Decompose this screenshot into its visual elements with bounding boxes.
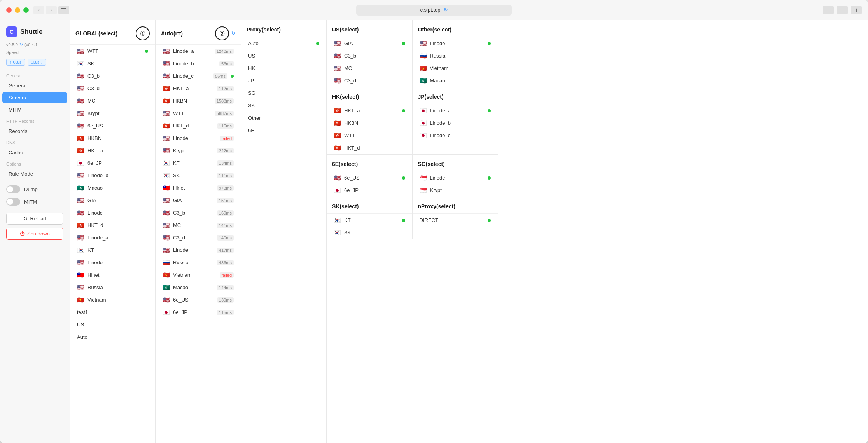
- list-item[interactable]: 🇺🇸 Linode_c 56ms: [157, 70, 239, 82]
- list-item[interactable]: 🇺🇸 C3_d: [72, 82, 154, 94]
- list-item[interactable]: Other: [243, 112, 325, 124]
- sidebar-toggle-button[interactable]: [58, 6, 69, 14]
- list-item[interactable]: 🇺🇸 Linode_a: [72, 232, 154, 244]
- list-item[interactable]: 🇻🇳 Vietnam: [72, 294, 154, 306]
- list-item[interactable]: 🇲🇴 Macao: [414, 75, 497, 87]
- list-item[interactable]: 🇺🇸 MC 141ms: [157, 219, 239, 231]
- forward-button[interactable]: ›: [46, 6, 57, 14]
- list-item[interactable]: 🇯🇵 Linode_a: [414, 105, 497, 117]
- dump-toggle[interactable]: [6, 185, 20, 193]
- share-button[interactable]: [823, 6, 834, 14]
- sidebar-item-records[interactable]: Records: [2, 126, 67, 137]
- list-item[interactable]: 🇺🇸 Krypt: [72, 107, 154, 119]
- list-item[interactable]: SK: [243, 99, 325, 112]
- list-item[interactable]: 🇯🇵 Linode_b: [414, 117, 497, 129]
- list-item[interactable]: HK: [243, 62, 325, 74]
- list-item[interactable]: US: [243, 50, 325, 62]
- list-item[interactable]: 🇺🇸 GIA: [72, 194, 154, 206]
- list-item[interactable]: 🇺🇸 Linode failed: [157, 132, 239, 144]
- sidebar-item-servers[interactable]: Servers: [2, 92, 67, 103]
- list-item[interactable]: 🇭🇰 HKT_a: [328, 105, 411, 117]
- list-item[interactable]: 🇷🇺 Russia 436ms: [157, 256, 239, 269]
- server-name: 6e_US: [344, 175, 399, 181]
- sidebar-item-general[interactable]: General: [2, 80, 67, 91]
- list-item[interactable]: 🇭🇰 HKT_d 115ms: [157, 120, 239, 132]
- list-item[interactable]: 🇯🇵 Linode_c: [414, 129, 497, 141]
- list-item[interactable]: 🇺🇸 C3_d: [328, 75, 411, 87]
- auto-refresh-icon[interactable]: ↻: [231, 31, 235, 36]
- list-item[interactable]: 🇯🇵 6e_JP: [328, 184, 411, 196]
- list-item[interactable]: 🇺🇸 GIA: [328, 37, 411, 49]
- settings-button[interactable]: [837, 6, 848, 14]
- minimize-button[interactable]: [15, 7, 20, 13]
- list-item[interactable]: 🇭🇰 HKT_a 112ms: [157, 82, 239, 94]
- list-item[interactable]: 🇭🇰 HKBN: [72, 132, 154, 144]
- close-button[interactable]: [6, 7, 12, 13]
- back-button[interactable]: ‹: [33, 6, 44, 14]
- list-item[interactable]: 🇸🇬 Krypt: [414, 184, 497, 196]
- list-item[interactable]: 🇺🇸 6e_US 139ms: [157, 294, 239, 306]
- list-item[interactable]: Auto: [72, 331, 154, 343]
- list-item[interactable]: 🇺🇸 Linode_a 1240ms: [157, 45, 239, 57]
- list-item[interactable]: 🇯🇵 6e_JP 115ms: [157, 306, 239, 318]
- list-item[interactable]: 🇺🇸 Russia: [72, 281, 154, 293]
- sidebar-item-cache[interactable]: Cache: [2, 147, 67, 158]
- list-item[interactable]: 🇰🇷 KT: [72, 244, 154, 256]
- list-item[interactable]: JP: [243, 75, 325, 87]
- reload-button[interactable]: ↻ Reload: [6, 213, 63, 225]
- list-item[interactable]: 🇺🇸 Linode_b 56ms: [157, 58, 239, 70]
- list-item[interactable]: 6E: [243, 124, 325, 136]
- list-item[interactable]: 🇺🇸 C3_b: [72, 70, 154, 82]
- list-item[interactable]: 🇺🇸 GIA 151ms: [157, 194, 239, 206]
- list-item[interactable]: DIRECT: [414, 214, 497, 226]
- list-item[interactable]: 🇰🇷 SK: [72, 58, 154, 70]
- shutdown-button[interactable]: ⏻ Shutdown: [6, 228, 63, 240]
- list-item[interactable]: Auto: [243, 37, 325, 49]
- list-item[interactable]: 🇺🇸 WTT: [72, 45, 154, 57]
- list-item[interactable]: 🇭🇰 HKT_d: [328, 142, 411, 154]
- list-item[interactable]: 🇭🇰 HKBN: [328, 117, 411, 129]
- list-item[interactable]: 🇰🇷 KT: [328, 214, 411, 226]
- server-name: US: [77, 322, 148, 328]
- list-item[interactable]: 🇺🇸 6e_US: [72, 120, 154, 132]
- list-item[interactable]: 🇺🇸 Linode: [414, 37, 497, 49]
- list-item[interactable]: 🇺🇸 C3_d 140ms: [157, 232, 239, 244]
- list-item[interactable]: 🇰🇷 SK: [328, 227, 411, 239]
- list-item[interactable]: 🇺🇸 MC: [72, 95, 154, 107]
- sidebar-item-mitm[interactable]: MITM: [2, 104, 67, 115]
- list-item[interactable]: 🇺🇸 MC: [328, 62, 411, 74]
- sidebar-item-rule-mode[interactable]: Rule Mode: [2, 168, 67, 180]
- new-tab-button[interactable]: +: [851, 6, 862, 14]
- list-item[interactable]: 🇷🇺 Russia: [414, 50, 497, 62]
- list-item[interactable]: 🇻🇳 Vietnam: [414, 62, 497, 74]
- list-item[interactable]: 🇺🇸 Linode: [72, 256, 154, 269]
- list-item[interactable]: 🇺🇸 6e_US: [328, 172, 411, 184]
- list-item[interactable]: 🇭🇰 HKT_d: [72, 219, 154, 231]
- list-item[interactable]: 🇺🇸 C3_b: [328, 50, 411, 62]
- list-item[interactable]: test1: [72, 306, 154, 318]
- list-item[interactable]: US: [72, 319, 154, 331]
- list-item[interactable]: 🇺🇸 Linode 417ms: [157, 244, 239, 256]
- list-item[interactable]: 🇺🇸 C3_b 169ms: [157, 207, 239, 219]
- version-refresh-icon[interactable]: ↻: [19, 42, 23, 47]
- list-item[interactable]: 🇺🇸 Linode_b: [72, 169, 154, 181]
- list-item[interactable]: 🇭🇰 HKT_a: [72, 145, 154, 157]
- list-item[interactable]: 🇹🇼 Hinet: [72, 269, 154, 281]
- refresh-icon[interactable]: ↻: [444, 7, 448, 13]
- list-item[interactable]: 🇯🇵 6e_JP: [72, 157, 154, 169]
- list-item[interactable]: 🇲🇴 Macao: [72, 182, 154, 194]
- list-item[interactable]: SG: [243, 87, 325, 99]
- list-item[interactable]: 🇭🇰 HKBN 1588ms: [157, 95, 239, 107]
- list-item[interactable]: 🇺🇸 Linode: [72, 207, 154, 219]
- list-item[interactable]: 🇲🇴 Macao 144ms: [157, 281, 239, 293]
- list-item[interactable]: 🇹🇼 Hinet 973ms: [157, 182, 239, 194]
- list-item[interactable]: 🇭🇰 WTT: [328, 129, 411, 141]
- list-item[interactable]: 🇰🇷 KT 134ms: [157, 157, 239, 169]
- maximize-button[interactable]: [23, 7, 29, 13]
- list-item[interactable]: 🇺🇸 WTT 5687ms: [157, 107, 239, 119]
- list-item[interactable]: 🇸🇬 Linode: [414, 172, 497, 184]
- list-item[interactable]: 🇰🇷 SK 111ms: [157, 169, 239, 181]
- mitm-toggle[interactable]: [6, 198, 20, 206]
- list-item[interactable]: 🇺🇸 Krypt 222ms: [157, 145, 239, 157]
- list-item[interactable]: 🇻🇳 Vietnam failed: [157, 269, 239, 281]
